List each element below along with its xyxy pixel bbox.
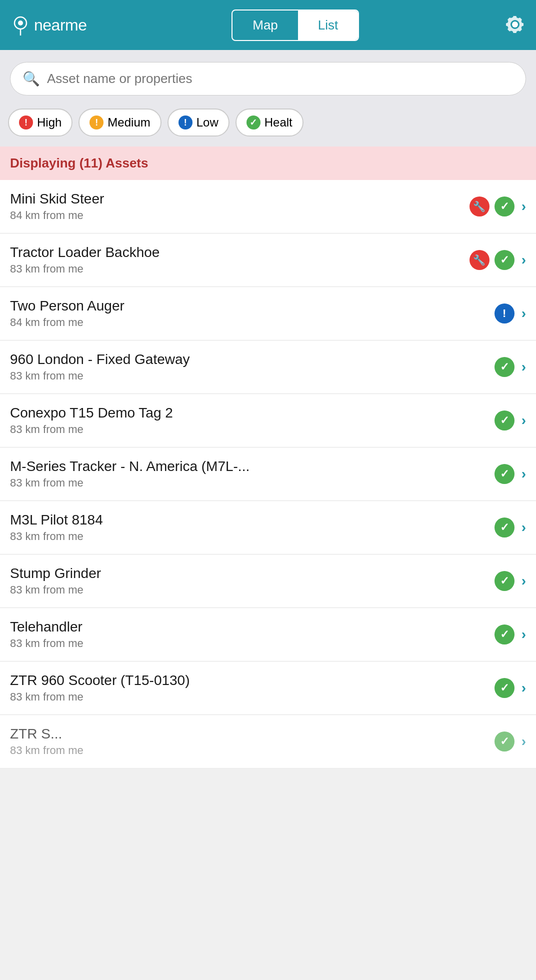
chevron-right-icon: › <box>522 573 526 589</box>
list-item[interactable]: 960 London - Fixed Gateway 83 km from me… <box>0 340 536 394</box>
asset-distance: 83 km from me <box>10 584 494 596</box>
view-toggle: Map List <box>232 10 359 41</box>
list-item[interactable]: Tractor Loader Backhoe 83 km from me 🔧 ✓… <box>0 234 536 287</box>
nearme-logo-icon <box>10 14 31 36</box>
filter-chips-area: ! High ! Medium ! Low ✓ Healt <box>0 104 536 146</box>
check-status-icon: ✓ <box>494 518 514 538</box>
chevron-right-icon: › <box>522 734 526 750</box>
list-item[interactable]: Mini Skid Steer 84 km from me 🔧 ✓ › <box>0 180 536 234</box>
asset-status-icons: ✓ › <box>494 732 526 752</box>
asset-status-icons: 🔧 ✓ › <box>470 250 526 270</box>
asset-name: Telehandler <box>10 619 494 635</box>
asset-status-icons: ✓ › <box>494 518 526 538</box>
list-item[interactable]: ZTR S... 83 km from me ✓ › <box>0 715 536 768</box>
asset-info: ZTR 960 Scooter (T15-0130) 83 km from me <box>10 672 494 704</box>
check-status-icon: ✓ <box>494 410 514 430</box>
asset-status-icons: ✓ › <box>494 624 526 644</box>
list-item[interactable]: ZTR 960 Scooter (T15-0130) 83 km from me… <box>0 662 536 715</box>
asset-info: Two Person Auger 84 km from me <box>10 298 494 329</box>
list-item[interactable]: M-Series Tracker - N. America (M7L-... 8… <box>0 448 536 501</box>
asset-distance: 83 km from me <box>10 476 494 490</box>
asset-info: Stump Grinder 83 km from me <box>10 566 494 596</box>
asset-name: 960 London - Fixed Gateway <box>10 352 494 368</box>
asset-info: Mini Skid Steer 84 km from me <box>10 191 470 222</box>
list-tab-button[interactable]: List <box>298 10 358 40</box>
asset-info: Tractor Loader Backhoe 83 km from me <box>10 244 470 276</box>
logo-area: nearme <box>10 14 87 36</box>
check-status-icon: ✓ <box>494 678 514 698</box>
asset-status-icons: ! › <box>494 304 526 324</box>
search-icon: 🔍 <box>22 70 40 87</box>
chevron-right-icon: › <box>522 359 526 375</box>
search-input[interactable] <box>47 71 514 86</box>
filter-healthy-label: Healt <box>264 116 292 130</box>
filter-chip-high[interactable]: ! High <box>8 108 72 136</box>
asset-distance: 84 km from me <box>10 316 494 329</box>
asset-distance: 83 km from me <box>10 690 494 704</box>
filter-high-label: High <box>37 116 62 130</box>
asset-info: ZTR S... 83 km from me <box>10 726 494 757</box>
asset-distance: 83 km from me <box>10 530 494 543</box>
chevron-right-icon: › <box>522 626 526 642</box>
asset-name: Conexpo T15 Demo Tag 2 <box>10 405 494 421</box>
asset-status-icons: 🔧 ✓ › <box>470 196 526 216</box>
chevron-right-icon: › <box>522 412 526 428</box>
filter-chip-medium[interactable]: ! Medium <box>78 108 161 136</box>
asset-status-icons: ✓ › <box>494 571 526 591</box>
asset-name: ZTR S... <box>10 726 494 742</box>
asset-name: M-Series Tracker - N. America (M7L-... <box>10 458 494 474</box>
asset-name: Tractor Loader Backhoe <box>10 244 470 260</box>
asset-status-icons: ✓ › <box>494 464 526 484</box>
chevron-right-icon: › <box>522 252 526 268</box>
check-status-icon: ✓ <box>494 196 514 216</box>
asset-info: M3L Pilot 8184 83 km from me <box>10 512 494 543</box>
asset-distance: 84 km from me <box>10 209 470 222</box>
medium-alert-icon: ! <box>90 116 104 130</box>
high-alert-icon: ! <box>19 116 33 130</box>
asset-distance: 83 km from me <box>10 744 494 757</box>
chevron-right-icon: › <box>522 466 526 482</box>
check-status-icon: ✓ <box>494 732 514 752</box>
asset-name: M3L Pilot 8184 <box>10 512 494 528</box>
check-status-icon: ✓ <box>494 624 514 644</box>
check-status-icon: ✓ <box>494 357 514 377</box>
settings-button[interactable] <box>504 14 526 37</box>
list-item[interactable]: Two Person Auger 84 km from me ! › <box>0 287 536 340</box>
asset-status-icons: ✓ › <box>494 678 526 698</box>
asset-distance: 83 km from me <box>10 262 470 276</box>
chevron-right-icon: › <box>522 198 526 214</box>
asset-status-icons: ✓ › <box>494 410 526 430</box>
list-item[interactable]: Telehandler 83 km from me ✓ › <box>0 608 536 662</box>
exclaim-status-icon: ! <box>494 304 514 324</box>
asset-name: ZTR 960 Scooter (T15-0130) <box>10 672 494 688</box>
map-tab-button[interactable]: Map <box>232 10 298 40</box>
svg-point-1 <box>18 20 23 26</box>
displaying-count-text: Displaying (11) Assets <box>10 156 148 170</box>
asset-distance: 83 km from me <box>10 637 494 650</box>
displaying-bar: Displaying (11) Assets <box>0 146 536 180</box>
list-item[interactable]: Conexpo T15 Demo Tag 2 83 km from me ✓ › <box>0 394 536 448</box>
asset-distance: 83 km from me <box>10 370 494 382</box>
wrench-status-icon: 🔧 <box>470 250 490 270</box>
asset-info: Telehandler 83 km from me <box>10 619 494 650</box>
chevron-right-icon: › <box>522 306 526 322</box>
asset-list: Mini Skid Steer 84 km from me 🔧 ✓ › Trac… <box>0 180 536 768</box>
search-area: 🔍 <box>0 50 536 104</box>
chevron-right-icon: › <box>522 520 526 536</box>
asset-status-icons: ✓ › <box>494 357 526 377</box>
filter-chip-healthy[interactable]: ✓ Healt <box>236 108 304 136</box>
asset-distance: 83 km from me <box>10 423 494 436</box>
gear-icon <box>504 14 526 36</box>
healthy-icon: ✓ <box>246 116 260 130</box>
asset-name: Mini Skid Steer <box>10 191 470 207</box>
list-item[interactable]: M3L Pilot 8184 83 km from me ✓ › <box>0 501 536 554</box>
asset-name: Stump Grinder <box>10 566 494 582</box>
search-box: 🔍 <box>10 62 526 96</box>
app-logo-text: nearme <box>34 16 87 34</box>
check-status-icon: ✓ <box>494 571 514 591</box>
asset-info: 960 London - Fixed Gateway 83 km from me <box>10 352 494 382</box>
asset-name: Two Person Auger <box>10 298 494 314</box>
filter-chip-low[interactable]: ! Low <box>168 108 230 136</box>
list-item[interactable]: Stump Grinder 83 km from me ✓ › <box>0 554 536 608</box>
chevron-right-icon: › <box>522 680 526 696</box>
